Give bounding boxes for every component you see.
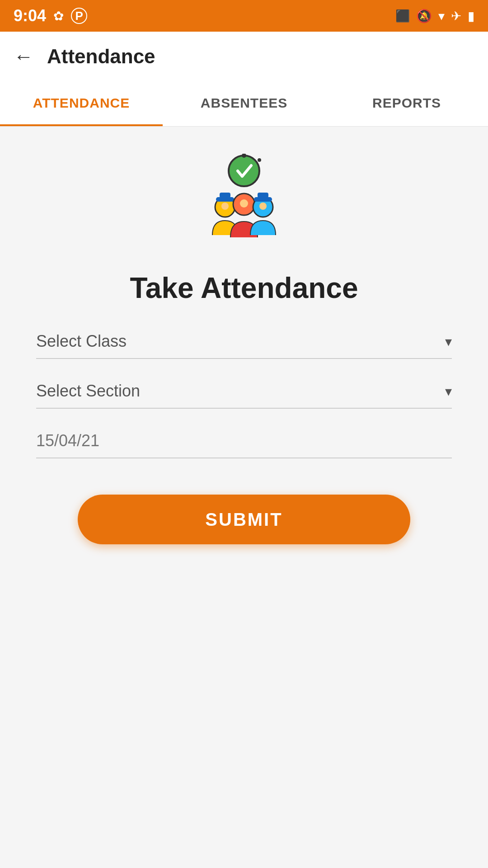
select-section-dropdown[interactable]: Select Section ▾ [36, 382, 452, 409]
status-time: 9:04 [14, 6, 46, 25]
tab-reports[interactable]: REPORTS [325, 81, 488, 126]
svg-point-3 [258, 158, 261, 162]
battery-icon: ▮ [468, 9, 474, 24]
submit-button[interactable]: SUBMIT [78, 495, 410, 544]
wifi-icon: ▾ [438, 9, 445, 24]
date-input[interactable] [36, 431, 452, 450]
main-content: Take Attendance Select Class ▾ Select Se… [0, 127, 488, 571]
select-class-label: Select Class [36, 332, 127, 351]
select-class-dropdown[interactable]: Select Class ▾ [36, 332, 452, 359]
svg-point-14 [221, 203, 229, 210]
tab-bar: ATTENDANCE ABSENTEES REPORTS [0, 81, 488, 127]
airplane-icon: ✈ [451, 9, 461, 24]
page-title: Attendance [47, 45, 155, 68]
attendance-illustration [194, 154, 294, 253]
back-button[interactable]: ← [14, 47, 33, 66]
status-bar: 9:04 ✿ P ⬛ 🔕 ▾ ✈ ▮ [0, 0, 488, 32]
attendance-form: Select Class ▾ Select Section ▾ SUBMIT [36, 332, 452, 544]
tab-absentees[interactable]: ABSENTEES [163, 81, 325, 126]
tab-attendance[interactable]: ATTENDANCE [0, 81, 163, 126]
chevron-down-icon-2: ▾ [445, 383, 452, 399]
svg-point-15 [240, 199, 248, 208]
chevron-down-icon: ▾ [445, 334, 452, 349]
cast-icon: ⬛ [395, 9, 410, 23]
app-bar: ← Attendance [0, 32, 488, 81]
take-attendance-title: Take Attendance [130, 271, 358, 305]
svg-rect-13 [258, 193, 268, 198]
status-right: ⬛ 🔕 ▾ ✈ ▮ [395, 9, 474, 24]
camera-icon: ✿ [53, 9, 64, 24]
svg-rect-7 [220, 193, 230, 198]
svg-point-16 [259, 203, 267, 210]
parking-icon: P [71, 8, 87, 24]
date-field[interactable] [36, 431, 452, 458]
bell-mute-icon: 🔕 [416, 9, 432, 24]
status-left: 9:04 ✿ P [14, 6, 87, 25]
select-section-label: Select Section [36, 382, 140, 401]
